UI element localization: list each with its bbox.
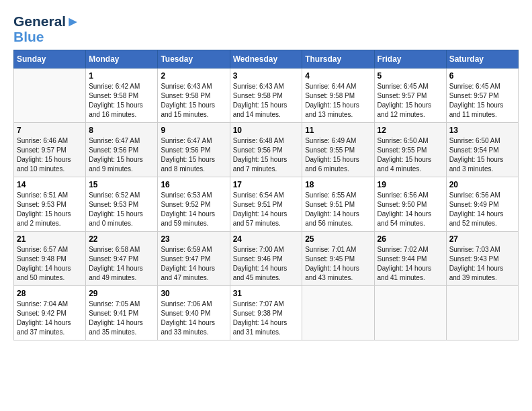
- calendar-cell: 30Sunrise: 7:06 AM Sunset: 9:40 PM Dayli…: [158, 286, 230, 340]
- calendar-cell: 20Sunrise: 6:56 AM Sunset: 9:49 PM Dayli…: [446, 177, 518, 232]
- calendar-cell: 13Sunrise: 6:50 AM Sunset: 9:54 PM Dayli…: [446, 123, 518, 177]
- weekday-header-monday: Monday: [86, 50, 158, 68]
- day-info: Sunrise: 6:56 AM Sunset: 9:50 PM Dayligh…: [378, 191, 443, 228]
- day-number: 15: [89, 180, 154, 189]
- calendar-cell: 23Sunrise: 6:59 AM Sunset: 9:47 PM Dayli…: [158, 232, 230, 286]
- calendar-cell: 25Sunrise: 7:01 AM Sunset: 9:45 PM Dayli…: [302, 232, 374, 286]
- day-info: Sunrise: 6:42 AM Sunset: 9:58 PM Dayligh…: [89, 82, 154, 120]
- day-number: 29: [89, 289, 154, 298]
- day-number: 11: [305, 126, 371, 135]
- calendar-cell: 17Sunrise: 6:54 AM Sunset: 9:51 PM Dayli…: [230, 177, 302, 232]
- calendar-cell: 24Sunrise: 7:00 AM Sunset: 9:46 PM Dayli…: [230, 232, 302, 286]
- day-info: Sunrise: 6:58 AM Sunset: 9:47 PM Dayligh…: [89, 245, 154, 283]
- calendar-cell: 16Sunrise: 6:53 AM Sunset: 9:52 PM Dayli…: [158, 177, 230, 232]
- weekday-header-thursday: Thursday: [302, 50, 374, 68]
- calendar-cell: 21Sunrise: 6:57 AM Sunset: 9:48 PM Dayli…: [14, 232, 86, 286]
- day-number: 26: [378, 234, 443, 244]
- day-number: 23: [161, 234, 226, 244]
- day-info: Sunrise: 6:50 AM Sunset: 9:55 PM Dayligh…: [378, 136, 443, 174]
- logo: General► Blue: [13, 13, 80, 44]
- day-number: 19: [378, 180, 443, 189]
- day-info: Sunrise: 7:05 AM Sunset: 9:41 PM Dayligh…: [89, 300, 154, 337]
- calendar-cell: 22Sunrise: 6:58 AM Sunset: 9:47 PM Dayli…: [86, 232, 158, 286]
- day-info: Sunrise: 7:00 AM Sunset: 9:46 PM Dayligh…: [233, 245, 300, 283]
- day-number: 21: [17, 234, 83, 244]
- day-info: Sunrise: 7:07 AM Sunset: 9:38 PM Dayligh…: [233, 300, 300, 337]
- calendar-cell: 26Sunrise: 7:02 AM Sunset: 9:44 PM Dayli…: [374, 232, 446, 286]
- day-number: 8: [89, 126, 154, 135]
- day-number: 18: [305, 180, 371, 189]
- day-info: Sunrise: 7:03 AM Sunset: 9:43 PM Dayligh…: [449, 245, 515, 283]
- day-number: 17: [233, 180, 300, 189]
- page-header: General► Blue: [13, 13, 519, 44]
- day-info: Sunrise: 6:51 AM Sunset: 9:53 PM Dayligh…: [17, 191, 83, 228]
- weekday-header-saturday: Saturday: [446, 50, 518, 68]
- day-number: 24: [233, 234, 300, 244]
- calendar-cell: 9Sunrise: 6:47 AM Sunset: 9:56 PM Daylig…: [158, 123, 230, 177]
- calendar-cell: 10Sunrise: 6:48 AM Sunset: 9:56 PM Dayli…: [230, 123, 302, 177]
- day-number: 20: [449, 180, 515, 189]
- calendar-cell: 31Sunrise: 7:07 AM Sunset: 9:38 PM Dayli…: [230, 286, 302, 340]
- day-info: Sunrise: 6:54 AM Sunset: 9:51 PM Dayligh…: [233, 191, 300, 228]
- day-number: 2: [161, 71, 226, 81]
- day-info: Sunrise: 7:02 AM Sunset: 9:44 PM Dayligh…: [378, 245, 443, 283]
- weekday-header-friday: Friday: [374, 50, 446, 68]
- logo-line2: Blue: [13, 29, 80, 44]
- day-number: 9: [161, 126, 226, 135]
- day-number: 30: [161, 289, 226, 298]
- day-info: Sunrise: 6:43 AM Sunset: 9:58 PM Dayligh…: [161, 82, 226, 120]
- calendar-cell: 27Sunrise: 7:03 AM Sunset: 9:43 PM Dayli…: [446, 232, 518, 286]
- day-number: 16: [161, 180, 226, 189]
- calendar-cell: [14, 68, 86, 123]
- day-info: Sunrise: 6:57 AM Sunset: 9:48 PM Dayligh…: [17, 245, 83, 283]
- calendar-cell: [302, 286, 374, 340]
- day-info: Sunrise: 7:01 AM Sunset: 9:45 PM Dayligh…: [305, 245, 371, 283]
- day-info: Sunrise: 7:06 AM Sunset: 9:40 PM Dayligh…: [161, 300, 226, 337]
- logo-line1: General►: [13, 13, 80, 29]
- calendar-cell: 12Sunrise: 6:50 AM Sunset: 9:55 PM Dayli…: [374, 123, 446, 177]
- day-info: Sunrise: 6:52 AM Sunset: 9:53 PM Dayligh…: [89, 191, 154, 228]
- day-number: 1: [89, 71, 154, 81]
- day-info: Sunrise: 7:04 AM Sunset: 9:42 PM Dayligh…: [17, 300, 83, 337]
- day-number: 14: [17, 180, 83, 189]
- calendar-cell: 5Sunrise: 6:45 AM Sunset: 9:57 PM Daylig…: [374, 68, 446, 123]
- calendar-cell: 3Sunrise: 6:43 AM Sunset: 9:58 PM Daylig…: [230, 68, 302, 123]
- day-number: 22: [89, 234, 154, 244]
- weekday-header-wednesday: Wednesday: [230, 50, 302, 68]
- calendar-table: SundayMondayTuesdayWednesdayThursdayFrid…: [13, 50, 519, 340]
- day-number: 6: [449, 71, 515, 81]
- weekday-header-sunday: Sunday: [14, 50, 86, 68]
- calendar-cell: 2Sunrise: 6:43 AM Sunset: 9:58 PM Daylig…: [158, 68, 230, 123]
- day-number: 31: [233, 289, 300, 298]
- day-info: Sunrise: 6:56 AM Sunset: 9:49 PM Dayligh…: [449, 191, 515, 228]
- day-info: Sunrise: 6:43 AM Sunset: 9:58 PM Dayligh…: [233, 82, 300, 120]
- day-info: Sunrise: 6:46 AM Sunset: 9:57 PM Dayligh…: [17, 136, 83, 174]
- day-number: 4: [305, 71, 371, 81]
- calendar-cell: [374, 286, 446, 340]
- day-number: 25: [305, 234, 371, 244]
- calendar-cell: 15Sunrise: 6:52 AM Sunset: 9:53 PM Dayli…: [86, 177, 158, 232]
- day-info: Sunrise: 6:50 AM Sunset: 9:54 PM Dayligh…: [449, 136, 515, 174]
- calendar-cell: 28Sunrise: 7:04 AM Sunset: 9:42 PM Dayli…: [14, 286, 86, 340]
- weekday-header-tuesday: Tuesday: [158, 50, 230, 68]
- calendar-cell: 6Sunrise: 6:45 AM Sunset: 9:57 PM Daylig…: [446, 68, 518, 123]
- day-info: Sunrise: 6:45 AM Sunset: 9:57 PM Dayligh…: [378, 82, 443, 120]
- calendar-cell: 14Sunrise: 6:51 AM Sunset: 9:53 PM Dayli…: [14, 177, 86, 232]
- calendar-cell: 4Sunrise: 6:44 AM Sunset: 9:58 PM Daylig…: [302, 68, 374, 123]
- day-number: 12: [378, 126, 443, 135]
- day-number: 27: [449, 234, 515, 244]
- calendar-cell: 19Sunrise: 6:56 AM Sunset: 9:50 PM Dayli…: [374, 177, 446, 232]
- day-info: Sunrise: 6:47 AM Sunset: 9:56 PM Dayligh…: [89, 136, 154, 174]
- calendar-cell: 7Sunrise: 6:46 AM Sunset: 9:57 PM Daylig…: [14, 123, 86, 177]
- calendar-cell: 11Sunrise: 6:49 AM Sunset: 9:55 PM Dayli…: [302, 123, 374, 177]
- day-number: 10: [233, 126, 300, 135]
- day-info: Sunrise: 6:53 AM Sunset: 9:52 PM Dayligh…: [161, 191, 226, 228]
- day-number: 7: [17, 126, 83, 135]
- calendar-cell: 8Sunrise: 6:47 AM Sunset: 9:56 PM Daylig…: [86, 123, 158, 177]
- calendar-cell: 1Sunrise: 6:42 AM Sunset: 9:58 PM Daylig…: [86, 68, 158, 123]
- day-info: Sunrise: 6:55 AM Sunset: 9:51 PM Dayligh…: [305, 191, 371, 228]
- day-info: Sunrise: 6:45 AM Sunset: 9:57 PM Dayligh…: [449, 82, 515, 120]
- calendar-cell: 18Sunrise: 6:55 AM Sunset: 9:51 PM Dayli…: [302, 177, 374, 232]
- day-number: 5: [378, 71, 443, 81]
- calendar-cell: [446, 286, 518, 340]
